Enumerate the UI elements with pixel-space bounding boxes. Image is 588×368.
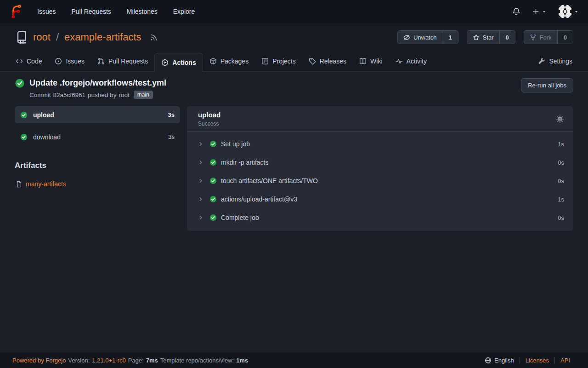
step-name: actions/upload-artifact@v3 xyxy=(221,196,297,203)
rss-icon[interactable] xyxy=(150,34,158,41)
step-duration: 1s xyxy=(558,141,564,148)
chevron-right-icon xyxy=(198,141,204,147)
step-name: touch artifacts/ONE artifacts/TWO xyxy=(221,177,318,184)
job-duration: 3s xyxy=(168,133,175,140)
globe-icon xyxy=(485,357,492,364)
star-icon xyxy=(473,34,480,41)
repo-icon xyxy=(15,30,28,44)
forgejo-logo[interactable] xyxy=(9,5,23,18)
tag-icon xyxy=(309,58,316,65)
jobs-sidebar: upload 3s download 3s Artifacts many-art… xyxy=(15,106,180,188)
version-link[interactable]: 1.21.0+1-rc0 xyxy=(92,357,125,364)
step-duration: 1s xyxy=(558,196,564,203)
tab-activity[interactable]: Activity xyxy=(389,51,433,71)
api-link[interactable]: API xyxy=(554,357,576,364)
create-new-dropdown[interactable] xyxy=(532,8,547,15)
footer-links: English Licenses API xyxy=(479,357,576,364)
navbar-item-pull-requests[interactable]: Pull Requests xyxy=(63,0,119,23)
commit-sha-link[interactable]: 82a5cf6961 xyxy=(53,92,86,98)
step-duration: 0s xyxy=(558,214,564,221)
repo-tabbar: Code Issues Pull Requests Actions Packag… xyxy=(0,52,588,72)
check-circle-icon xyxy=(209,214,217,221)
run-commit-line: Commit 82a5cf6961 pushed by root main xyxy=(29,91,166,99)
navbar-right xyxy=(512,5,579,18)
template-time: 1ms xyxy=(236,357,248,364)
check-circle-icon xyxy=(209,177,217,184)
top-navbar: Issues Pull Requests Milestones Explore xyxy=(0,0,588,23)
navbar-item-issues[interactable]: Issues xyxy=(29,0,63,23)
tab-packages[interactable]: Packages xyxy=(203,51,255,71)
watch-count[interactable]: 1 xyxy=(442,31,458,44)
plus-icon xyxy=(532,8,539,15)
tab-releases[interactable]: Releases xyxy=(302,51,353,71)
user-menu-dropdown[interactable] xyxy=(559,5,579,18)
rerun-all-jobs-button[interactable]: Re-run all jobs xyxy=(521,78,573,92)
eye-off-icon xyxy=(403,34,410,41)
watch-label: Unwatch xyxy=(413,34,437,41)
check-circle-icon xyxy=(209,159,217,166)
chevron-right-icon xyxy=(198,160,204,165)
step-duration: 0s xyxy=(558,178,564,184)
job-duration: 3s xyxy=(168,111,175,118)
step-row-touch[interactable]: touch artifacts/ONE artifacts/TWO 0s xyxy=(187,172,573,190)
star-count[interactable]: 0 xyxy=(499,31,515,44)
watch-button[interactable]: Unwatch 1 xyxy=(397,30,458,44)
check-circle-icon xyxy=(20,133,28,141)
fork-icon xyxy=(530,34,537,41)
project-board-icon xyxy=(261,58,269,65)
issue-icon xyxy=(55,58,62,65)
step-row-upload-artifact[interactable]: actions/upload-artifact@v3 1s xyxy=(187,190,573,208)
repo-owner-link[interactable]: root xyxy=(33,31,51,43)
tab-pull-requests[interactable]: Pull Requests xyxy=(91,51,154,71)
step-row-set-up-job[interactable]: Set up job 1s xyxy=(187,135,573,153)
star-label: Star xyxy=(483,34,494,41)
branch-badge[interactable]: main xyxy=(134,91,153,99)
powered-by-forgejo-link[interactable]: Powered by Forgejo xyxy=(12,357,66,364)
tab-wiki[interactable]: Wiki xyxy=(353,51,389,71)
package-icon xyxy=(209,58,217,65)
job-steps-list: Set up job 1s mkdir -p artifacts 0s touc… xyxy=(187,132,573,231)
gear-icon xyxy=(556,115,564,123)
tab-code[interactable]: Code xyxy=(9,51,48,71)
job-item-download[interactable]: download 3s xyxy=(15,128,180,145)
chevron-right-icon xyxy=(198,196,204,202)
chevron-right-icon xyxy=(198,215,204,220)
fork-count[interactable]: 0 xyxy=(557,31,573,44)
notifications-button[interactable] xyxy=(512,7,520,16)
artifacts-heading: Artifacts xyxy=(15,161,180,170)
run-status-check-icon xyxy=(15,78,25,88)
run-title: Update .forgejo/workflows/test.yml xyxy=(29,78,166,88)
play-circle-icon xyxy=(161,59,169,66)
chevron-right-icon xyxy=(198,178,204,184)
job-options-button[interactable] xyxy=(556,115,564,123)
tab-issues[interactable]: Issues xyxy=(48,51,90,71)
actions-run-view: Update .forgejo/workflows/test.yml Commi… xyxy=(0,72,588,352)
language-selector[interactable]: English xyxy=(479,357,520,364)
licenses-link[interactable]: Licenses xyxy=(520,357,554,364)
repo-header-section: root / example-artifacts Unwatch 1 Star … xyxy=(0,23,588,72)
step-row-mkdir[interactable]: mkdir -p artifacts 0s xyxy=(187,153,573,172)
tools-icon xyxy=(538,58,545,65)
author-link[interactable]: root xyxy=(119,92,129,98)
tab-projects[interactable]: Projects xyxy=(255,51,302,71)
artifact-download-link[interactable]: many-artifacts xyxy=(26,180,66,188)
job-detail-name: upload xyxy=(198,111,220,119)
navbar-links: Issues Pull Requests Milestones Explore xyxy=(29,0,203,23)
job-name: upload xyxy=(33,111,54,119)
star-button[interactable]: Star 0 xyxy=(467,30,515,44)
step-row-complete-job[interactable]: Complete job 0s xyxy=(187,208,573,227)
tab-settings[interactable]: Settings xyxy=(532,51,579,71)
check-circle-icon xyxy=(209,196,217,203)
check-circle-icon xyxy=(209,140,217,148)
navbar-item-milestones[interactable]: Milestones xyxy=(119,0,165,23)
artifact-item: many-artifacts xyxy=(15,180,180,188)
book-icon xyxy=(359,58,367,65)
job-name: download xyxy=(33,133,61,141)
job-item-upload[interactable]: upload 3s xyxy=(15,106,180,123)
fork-button[interactable]: Fork 0 xyxy=(524,30,573,44)
bell-icon xyxy=(512,7,520,16)
tab-actions[interactable]: Actions xyxy=(154,53,203,72)
repo-name-link[interactable]: example-artifacts xyxy=(64,31,141,43)
navbar-item-explore[interactable]: Explore xyxy=(165,0,203,23)
file-icon xyxy=(16,181,23,188)
